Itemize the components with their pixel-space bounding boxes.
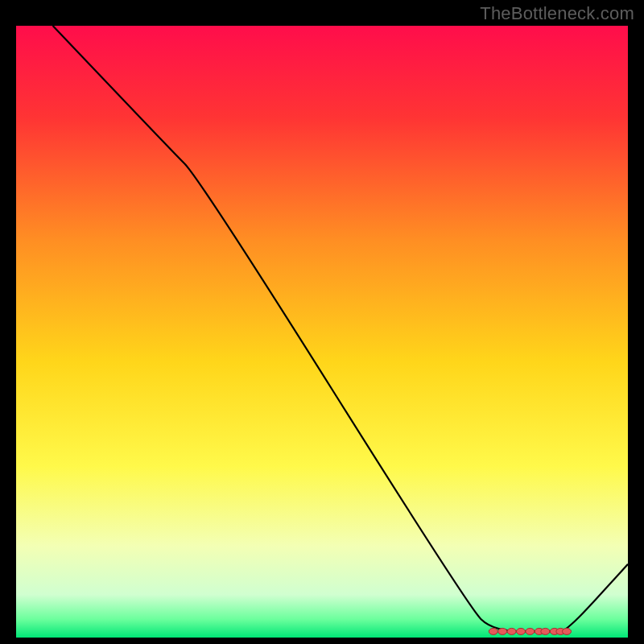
- optimal-marker: [507, 628, 516, 634]
- watermark-text: TheBottleneck.com: [480, 3, 634, 24]
- optimal-marker: [541, 628, 550, 634]
- optimal-marker: [498, 628, 507, 634]
- optimal-range-markers: [489, 628, 571, 634]
- optimal-marker: [526, 628, 535, 634]
- optimal-marker: [489, 628, 497, 634]
- chart-svg: [16, 26, 628, 638]
- chart-frame: TheBottleneck.com: [0, 0, 644, 644]
- optimal-marker: [517, 628, 526, 634]
- chart-plot: [16, 26, 628, 638]
- gradient-background: [16, 26, 628, 638]
- optimal-marker: [563, 628, 572, 634]
